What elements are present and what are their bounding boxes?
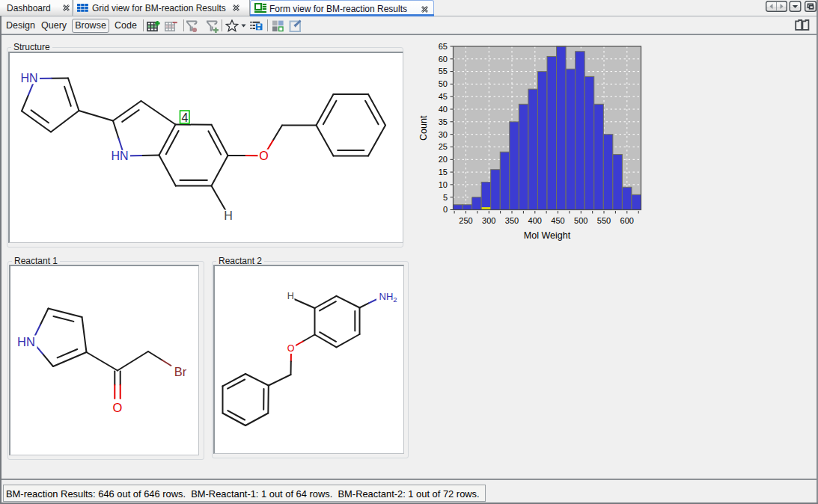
svg-text:25: 25 [439,142,448,151]
svg-text:Count: Count [418,115,429,141]
svg-text:550: 550 [597,216,611,225]
svg-text:Mol Weight: Mol Weight [524,230,571,241]
svg-text:O: O [259,150,268,162]
svg-text:HN: HN [17,335,35,348]
svg-text:600: 600 [620,216,634,225]
svg-text:15: 15 [439,168,448,176]
svg-text:400: 400 [528,216,542,225]
svg-text:65: 65 [439,42,448,51]
svg-text:250: 250 [459,216,472,225]
svg-text:60: 60 [439,55,448,64]
svg-text:4: 4 [181,111,188,124]
svg-text:HN: HN [20,72,37,84]
svg-text:20: 20 [439,155,448,164]
svg-text:O: O [113,401,123,414]
svg-text:O: O [287,343,295,354]
svg-text:5: 5 [443,193,448,202]
svg-text:HN: HN [111,150,128,162]
svg-text:55: 55 [439,67,448,76]
svg-text:40: 40 [439,105,448,114]
svg-text:H: H [287,291,294,301]
svg-text:Br: Br [174,365,187,378]
svg-text:30: 30 [439,130,448,139]
svg-text:450: 450 [551,216,564,225]
svg-text:350: 350 [505,216,519,225]
svg-text:45: 45 [439,92,448,101]
svg-text:10: 10 [439,180,448,189]
svg-text:0: 0 [443,205,448,214]
svg-text:H: H [224,209,233,222]
svg-text:50: 50 [439,79,448,88]
svg-text:500: 500 [574,216,587,225]
svg-text:35: 35 [439,117,448,126]
svg-text:300: 300 [482,216,495,225]
